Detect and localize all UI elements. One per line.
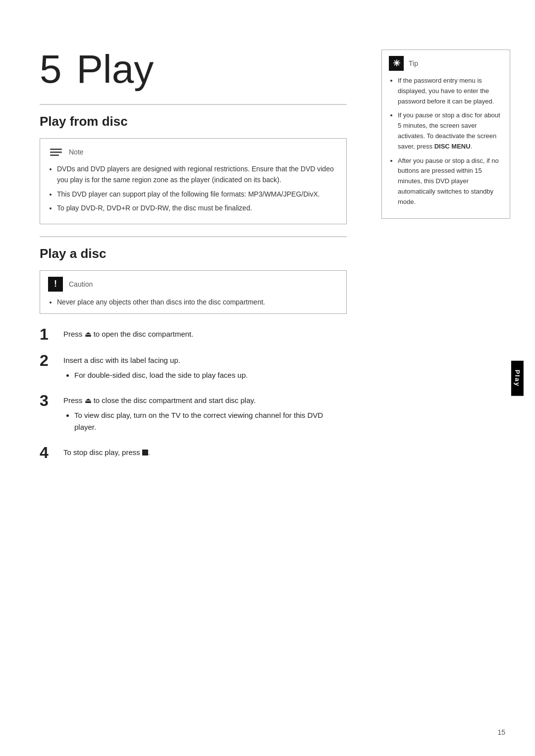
step-2-sub-1: For double-sided disc, load the side to … [74, 369, 248, 381]
note-line-3 [50, 154, 59, 156]
right-column: ✳ Tip If the password entry menu is disp… [367, 30, 535, 726]
eject-icon-1: ⏏ [85, 330, 92, 338]
section-divider-1 [40, 104, 347, 105]
tip-item-1: If the password entry menu is displayed,… [398, 76, 503, 106]
main-content: 5 Play Play from disc Note DVDs and DVD … [0, 30, 367, 726]
play-from-disc-heading: Play from disc [40, 114, 347, 129]
section-divider-2 [40, 236, 347, 237]
tip-box: ✳ Tip If the password entry menu is disp… [381, 50, 510, 219]
play-a-disc-heading: Play a disc [40, 246, 347, 261]
tip-header: ✳ Tip [389, 56, 503, 71]
note-box: Note DVDs and DVD players are designed w… [40, 138, 347, 224]
note-list: DVDs and DVD players are designed with r… [48, 163, 338, 214]
caution-header: ! Caution [48, 277, 338, 292]
step-4-number: 4 [40, 444, 63, 461]
note-icon [48, 146, 64, 158]
side-tab: Play [511, 360, 524, 396]
note-header: Note [48, 146, 338, 158]
chapter-number: 5 [40, 50, 62, 89]
caution-icon: ! [48, 277, 63, 292]
tip-star-symbol: ✳ [393, 58, 400, 69]
stop-icon [142, 450, 148, 455]
caution-box: ! Caution Never place any objects other … [40, 270, 347, 314]
step-4-content: To stop disc play, press . [63, 444, 150, 458]
tip-item-2: If you pause or stop a disc for about 5 … [398, 110, 503, 151]
note-item-1: DVDs and DVD players are designed with r… [57, 163, 338, 186]
tip-list: If the password entry menu is displayed,… [389, 76, 503, 207]
step-1-number: 1 [40, 326, 63, 343]
step-3-number: 3 [40, 392, 63, 409]
step-3-sublist: To view disc play, turn on the TV to the… [63, 409, 347, 433]
note-item-2: This DVD player can support play of the … [57, 189, 338, 200]
step-3: 3 Press ⏏ to close the disc compartment … [40, 392, 347, 435]
step-4: 4 To stop disc play, press . [40, 444, 347, 461]
note-label: Note [69, 148, 84, 156]
steps-list: 1 Press ⏏ to open the disc compartment. … [40, 326, 347, 461]
note-line-1 [50, 149, 62, 150]
caution-item-1: Never place any objects other than discs… [57, 297, 338, 307]
step-1-content: Press ⏏ to open the disc compartment. [63, 326, 193, 340]
chapter-header: 5 Play [40, 50, 347, 89]
step-1: 1 Press ⏏ to open the disc compartment. [40, 326, 347, 343]
step-3-sub-1: To view disc play, turn on the TV to the… [74, 409, 347, 433]
disc-menu-bold: DISC MENU [434, 143, 471, 150]
step-2: 2 Insert a disc with its label facing up… [40, 352, 347, 383]
chapter-title: Play [77, 50, 154, 89]
caution-label: Caution [69, 280, 93, 288]
caution-list: Never place any objects other than discs… [48, 297, 338, 307]
tip-item-3: After you pause or stop a disc, if no bu… [398, 156, 503, 207]
page-number: 15 [497, 728, 505, 736]
note-lines-icon [50, 149, 62, 156]
tip-asterisk-icon: ✳ [389, 56, 404, 71]
tip-label: Tip [409, 59, 418, 67]
step-2-number: 2 [40, 352, 63, 369]
eject-icon-2: ⏏ [85, 397, 92, 404]
step-2-content: Insert a disc with its label facing up. … [63, 352, 248, 383]
note-item-3: To play DVD-R, DVD+R or DVD-RW, the disc… [57, 202, 338, 213]
note-line-2 [50, 151, 62, 153]
step-3-content: Press ⏏ to close the disc compartment an… [63, 392, 347, 435]
step-2-sublist: For double-sided disc, load the side to … [63, 369, 248, 381]
